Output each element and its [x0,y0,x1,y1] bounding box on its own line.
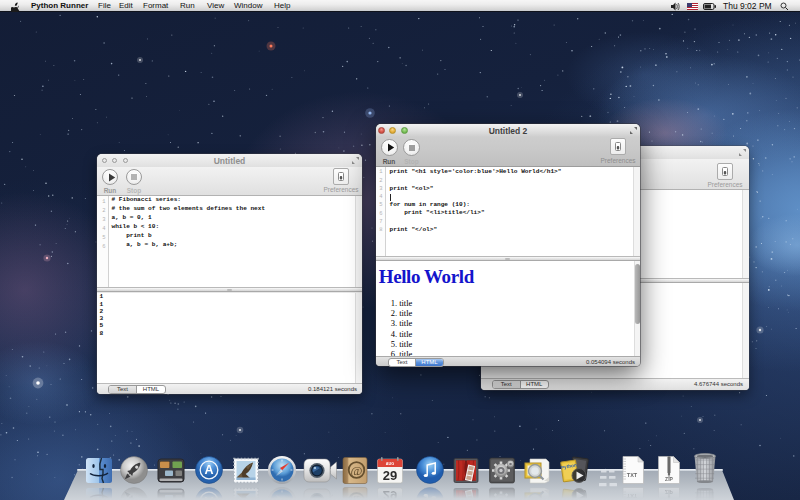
svg-text:@: @ [351,463,363,478]
svg-text:29: 29 [383,468,397,483]
svg-text:A: A [204,463,213,477]
svg-text:AUG: AUG [386,462,394,466]
svg-text:ZIP: ZIP [665,476,673,482]
svg-text:TXT: TXT [627,472,638,478]
